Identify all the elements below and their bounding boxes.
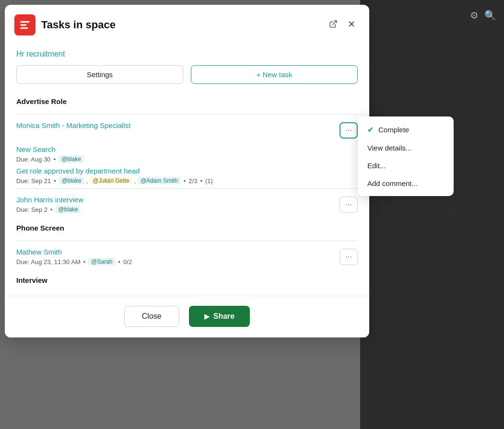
edit-label: Edit... bbox=[367, 162, 386, 170]
task-meta-mathew: Due: Aug 23, 11:30 AM • @Sarah • 0/2 bbox=[16, 258, 334, 266]
task-content-john: John Harris interview Due: Sep 2 • @blak… bbox=[16, 196, 334, 213]
section-divider-1 bbox=[16, 114, 358, 115]
task-title-role-approved[interactable]: Get role approved by department head bbox=[16, 167, 358, 175]
comments-role: (1) bbox=[205, 177, 213, 185]
tag-sarah: @Sarah bbox=[88, 258, 115, 266]
space-name[interactable]: Hr recruitment bbox=[16, 43, 358, 65]
section-advertise-role: Advertise Role bbox=[16, 93, 358, 112]
external-link-button[interactable] bbox=[327, 18, 340, 33]
task-meta-new-search: Due: Aug 30 • @blake bbox=[16, 155, 358, 163]
task-title-john[interactable]: John Harris interview bbox=[16, 196, 334, 204]
settings-button[interactable]: Settings bbox=[16, 65, 183, 84]
modal-body: Hr recruitment Settings + New task Adver… bbox=[5, 43, 369, 291]
context-menu-add-comment[interactable]: Add comment... bbox=[358, 174, 454, 192]
close-button[interactable]: Close bbox=[124, 306, 179, 327]
svg-rect-1 bbox=[20, 24, 26, 25]
tag-blake-new-search: @blake bbox=[59, 155, 84, 163]
tag-julian: @Julián Gette bbox=[90, 177, 132, 185]
share-label: Share bbox=[213, 312, 234, 321]
modal-title: Tasks in space bbox=[41, 19, 321, 31]
tag-blake-john: @blake bbox=[56, 206, 81, 213]
share-button[interactable]: ▶ Share bbox=[189, 306, 250, 327]
task-content-mathew: Mathew Smith Due: Aug 23, 11:30 AM • @Sa… bbox=[16, 248, 334, 266]
modal-footer: Close ▶ Share bbox=[5, 296, 369, 337]
app-logo bbox=[14, 14, 35, 35]
section-divider-2 bbox=[16, 188, 358, 189]
context-menu-edit[interactable]: Edit... bbox=[358, 157, 454, 174]
tasks-modal: Tasks in space Hr recruitment Setting bbox=[5, 5, 369, 337]
complete-label: Complete bbox=[378, 126, 409, 134]
background-panel: ⚙ 🔍 bbox=[360, 0, 504, 429]
section-interview: Interview bbox=[16, 272, 358, 291]
progress-role: 2/3 bbox=[188, 177, 197, 185]
menu-container-monica: ··· ✔ Complete View details... Edit... A… bbox=[334, 121, 358, 139]
task-title-monica[interactable]: Monica Smith - Marketing Specialist bbox=[16, 121, 334, 129]
close-modal-button[interactable] bbox=[345, 18, 358, 33]
more-options-button-john[interactable]: ··· bbox=[340, 197, 358, 213]
more-options-button-mathew[interactable]: ··· bbox=[340, 249, 358, 265]
task-item-john: John Harris interview Due: Sep 2 • @blak… bbox=[16, 196, 358, 213]
more-options-button-monica[interactable]: ··· bbox=[340, 122, 358, 139]
tag-blake-role: @blake bbox=[59, 177, 84, 185]
check-icon: ✔ bbox=[367, 125, 374, 134]
section-phone-screen: Phone Screen bbox=[16, 220, 358, 239]
filter-icon[interactable]: ⚙ bbox=[470, 10, 479, 21]
task-group-new-search: New Search Due: Aug 30 • @blake bbox=[16, 145, 358, 163]
task-title-new-search[interactable]: New Search bbox=[16, 145, 358, 153]
task-item-monica: Monica Smith - Marketing Specialist ··· … bbox=[16, 121, 358, 139]
context-menu-view-details[interactable]: View details... bbox=[358, 139, 454, 157]
svg-line-3 bbox=[333, 21, 337, 24]
due-new-search: Due: Aug 30 bbox=[16, 156, 51, 163]
section-divider-3 bbox=[16, 241, 358, 241]
task-content-monica: Monica Smith - Marketing Specialist bbox=[16, 121, 334, 131]
svg-rect-0 bbox=[20, 21, 30, 23]
due-john: Due: Sep 2 bbox=[16, 206, 47, 213]
task-meta-role-approved: Due: Sep 21 • @blake , @Julián Gette , @… bbox=[16, 177, 358, 185]
task-meta-john: Due: Sep 2 • @blake bbox=[16, 206, 334, 213]
progress-mathew: 0/2 bbox=[123, 258, 132, 266]
svg-rect-2 bbox=[20, 27, 28, 29]
task-title-mathew[interactable]: Mathew Smith bbox=[16, 248, 334, 256]
header-actions bbox=[327, 18, 358, 33]
app-logo-icon bbox=[19, 19, 31, 31]
share-play-icon: ▶ bbox=[204, 313, 210, 320]
modal-header: Tasks in space bbox=[5, 5, 369, 43]
context-menu-complete[interactable]: ✔ Complete bbox=[358, 120, 454, 139]
task-item-mathew: Mathew Smith Due: Aug 23, 11:30 AM • @Sa… bbox=[16, 248, 358, 266]
new-task-button[interactable]: + New task bbox=[191, 65, 358, 84]
due-role-approved: Due: Sep 21 bbox=[16, 177, 51, 185]
view-details-label: View details... bbox=[367, 144, 411, 152]
task-group-role-approved: Get role approved by department head Due… bbox=[16, 167, 358, 185]
action-buttons: Settings + New task bbox=[16, 65, 358, 84]
add-comment-label: Add comment... bbox=[367, 179, 418, 187]
context-menu: ✔ Complete View details... Edit... Add c… bbox=[358, 116, 454, 196]
tag-adam: @Adam Smith bbox=[138, 177, 181, 185]
search-icon[interactable]: 🔍 bbox=[484, 10, 496, 21]
due-mathew: Due: Aug 23, 11:30 AM bbox=[16, 258, 81, 266]
